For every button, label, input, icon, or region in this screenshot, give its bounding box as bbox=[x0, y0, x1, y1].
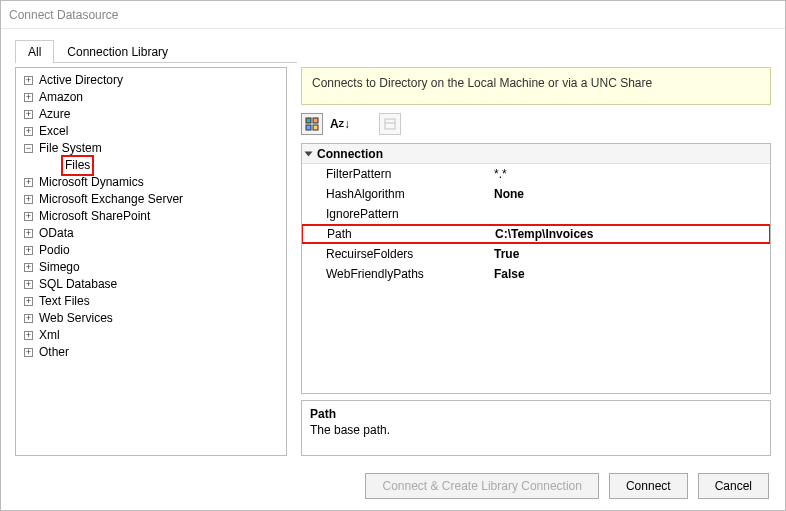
expand-icon[interactable]: + bbox=[24, 212, 33, 221]
svg-rect-0 bbox=[306, 118, 311, 123]
connect-create-library-button: Connect & Create Library Connection bbox=[365, 473, 598, 499]
expand-icon[interactable]: + bbox=[24, 76, 33, 85]
tree-item[interactable]: +Azure bbox=[18, 106, 284, 123]
collapse-icon[interactable]: − bbox=[24, 144, 33, 153]
description-title: Path bbox=[310, 407, 762, 421]
property-value[interactable]: C:\Temp\Invoices bbox=[495, 227, 769, 241]
tree-item-label: Files bbox=[61, 155, 94, 176]
categorized-icon[interactable] bbox=[301, 113, 323, 135]
tab-connection-library[interactable]: Connection Library bbox=[54, 40, 181, 63]
chevron-down-icon bbox=[305, 151, 313, 156]
tree-item[interactable]: +Simego bbox=[18, 259, 284, 276]
property-row[interactable]: RecuirseFoldersTrue bbox=[302, 244, 770, 264]
expand-icon[interactable]: + bbox=[24, 127, 33, 136]
tree-item-label: Active Directory bbox=[37, 72, 125, 89]
expand-icon[interactable]: + bbox=[24, 93, 33, 102]
svg-rect-3 bbox=[313, 125, 318, 130]
tree-item-label: Amazon bbox=[37, 89, 85, 106]
tree-item-label: Simego bbox=[37, 259, 82, 276]
datasource-tree[interactable]: +Active Directory+Amazon+Azure+Excel−Fil… bbox=[15, 67, 287, 456]
tree-item-label: Azure bbox=[37, 106, 72, 123]
tree-item[interactable]: +OData bbox=[18, 225, 284, 242]
property-name: FilterPattern bbox=[302, 167, 494, 181]
property-row[interactable]: HashAlgorithmNone bbox=[302, 184, 770, 204]
tree-item-label: Podio bbox=[37, 242, 72, 259]
tree-item-label: Excel bbox=[37, 123, 70, 140]
tree-item[interactable]: +Excel bbox=[18, 123, 284, 140]
property-row[interactable]: WebFriendlyPathsFalse bbox=[302, 264, 770, 284]
expand-icon[interactable]: + bbox=[24, 110, 33, 119]
svg-rect-1 bbox=[313, 118, 318, 123]
tree-item[interactable]: +Web Services bbox=[18, 310, 284, 327]
property-value[interactable]: *.* bbox=[494, 167, 770, 181]
property-row[interactable]: PathC:\Temp\Invoices bbox=[301, 224, 771, 244]
expand-icon[interactable]: + bbox=[24, 195, 33, 204]
svg-rect-4 bbox=[385, 119, 395, 129]
tree-item-label: Text Files bbox=[37, 293, 92, 310]
tree-item[interactable]: +Text Files bbox=[18, 293, 284, 310]
tree-item[interactable]: +Microsoft Dynamics bbox=[18, 174, 284, 191]
expand-icon[interactable]: + bbox=[24, 331, 33, 340]
tree-item-label: Web Services bbox=[37, 310, 115, 327]
property-name: HashAlgorithm bbox=[302, 187, 494, 201]
expand-icon[interactable]: + bbox=[24, 297, 33, 306]
tree-item-label: Microsoft Dynamics bbox=[37, 174, 146, 191]
svg-rect-2 bbox=[306, 125, 311, 130]
expand-icon[interactable]: + bbox=[24, 246, 33, 255]
tree-item[interactable]: +Amazon bbox=[18, 89, 284, 106]
info-banner: Connects to Directory on the Local Machi… bbox=[301, 67, 771, 105]
expand-icon[interactable]: + bbox=[24, 348, 33, 357]
tree-item-label: OData bbox=[37, 225, 76, 242]
connect-button[interactable]: Connect bbox=[609, 473, 688, 499]
tree-item-label: Xml bbox=[37, 327, 62, 344]
expand-icon[interactable]: + bbox=[24, 280, 33, 289]
property-name: WebFriendlyPaths bbox=[302, 267, 494, 281]
tree-item[interactable]: +Microsoft Exchange Server bbox=[18, 191, 284, 208]
tab-strip: All Connection Library bbox=[15, 39, 297, 63]
tree-item[interactable]: +Podio bbox=[18, 242, 284, 259]
property-value[interactable]: None bbox=[494, 187, 770, 201]
tree-item[interactable]: Files bbox=[18, 157, 284, 174]
tree-item[interactable]: +Microsoft SharePoint bbox=[18, 208, 284, 225]
tree-item[interactable]: +SQL Database bbox=[18, 276, 284, 293]
tree-item-label: Other bbox=[37, 344, 71, 361]
property-description: Path The base path. bbox=[301, 400, 771, 456]
sort-az-icon[interactable]: AZ↓ bbox=[329, 113, 351, 135]
tree-item[interactable]: +Other bbox=[18, 344, 284, 361]
property-grid[interactable]: Connection FilterPattern*.*HashAlgorithm… bbox=[301, 143, 771, 394]
property-name: IgnorePattern bbox=[302, 207, 494, 221]
property-row[interactable]: IgnorePattern bbox=[302, 204, 770, 224]
property-toolbar: AZ↓ bbox=[301, 111, 771, 137]
description-body: The base path. bbox=[310, 423, 762, 437]
expand-icon[interactable]: + bbox=[24, 263, 33, 272]
section-label: Connection bbox=[317, 147, 383, 161]
tree-item[interactable]: +Xml bbox=[18, 327, 284, 344]
property-value[interactable]: False bbox=[494, 267, 770, 281]
tree-item[interactable]: −File System bbox=[18, 140, 284, 157]
property-pages-icon bbox=[379, 113, 401, 135]
tree-item-label: Microsoft Exchange Server bbox=[37, 191, 185, 208]
tab-all[interactable]: All bbox=[15, 40, 54, 63]
tree-item-label: SQL Database bbox=[37, 276, 119, 293]
property-name: RecuirseFolders bbox=[302, 247, 494, 261]
expand-icon[interactable]: + bbox=[24, 229, 33, 238]
expand-icon[interactable]: + bbox=[24, 314, 33, 323]
tree-item[interactable]: +Active Directory bbox=[18, 72, 284, 89]
property-section-header[interactable]: Connection bbox=[302, 144, 770, 164]
expand-icon[interactable]: + bbox=[24, 178, 33, 187]
tree-item-label: Microsoft SharePoint bbox=[37, 208, 152, 225]
property-name: Path bbox=[303, 227, 495, 241]
cancel-button[interactable]: Cancel bbox=[698, 473, 769, 499]
property-row[interactable]: FilterPattern*.* bbox=[302, 164, 770, 184]
property-value[interactable]: True bbox=[494, 247, 770, 261]
window-title: Connect Datasource bbox=[1, 1, 785, 29]
dialog-footer: Connect & Create Library Connection Conn… bbox=[1, 462, 785, 510]
